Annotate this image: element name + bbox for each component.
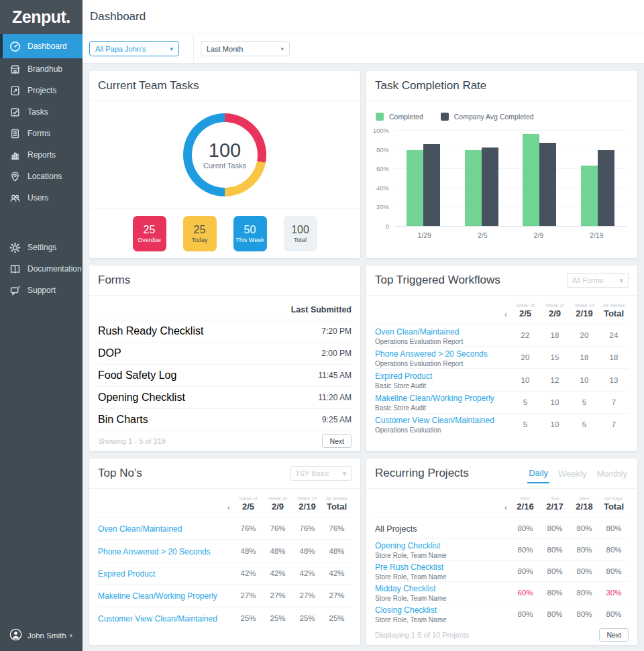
- tab-weekly[interactable]: Weekly: [557, 465, 588, 483]
- top-no-link[interactable]: Oven Clean/Maintained: [98, 524, 182, 534]
- bar-company-avg-completed: [598, 150, 614, 226]
- card-current-team-tasks: Current Team Tasks 100 Curent Tasks 25 O…: [89, 71, 360, 258]
- table-row: Customer View Clean/Maintained 25% 25% 2…: [98, 607, 352, 629]
- column-small-label: Tue: [540, 495, 570, 501]
- location-filter-select[interactable]: All Papa John's ▾: [89, 41, 179, 56]
- workflow-link[interactable]: Oven Clean/Maintained: [375, 327, 459, 337]
- form-doc-icon: [9, 128, 21, 139]
- workflow-form-name: Operations Evaluation Report: [375, 338, 511, 346]
- column-header: Week of 2/5: [233, 495, 263, 512]
- stat-label: Overdue: [138, 237, 161, 243]
- main-area: Dashboard All Papa John's ▾ Last Month ▾…: [83, 0, 644, 651]
- top-no-link[interactable]: Expired Product: [98, 569, 155, 579]
- table-row: Opening Checklist 11:20 AM: [98, 386, 352, 408]
- workflows-form-filter-select[interactable]: All Forms ▾: [567, 273, 629, 288]
- next-page-button[interactable]: Next: [322, 434, 352, 448]
- card-title: Top Triggered Workflows: [375, 274, 500, 287]
- sidebar-item-brandhub[interactable]: Brandhub: [0, 58, 83, 80]
- column-small-label: Week Of: [292, 495, 322, 501]
- dashboard-grid: Current Team Tasks 100 Curent Tasks 25 O…: [83, 64, 644, 651]
- legend-item-company-avg: Company Avg Completed: [441, 113, 534, 121]
- cell-value: 20: [511, 353, 540, 361]
- cell-value: 18: [599, 353, 629, 361]
- donut-value: 100: [209, 140, 241, 160]
- column-header: All Weeks Total: [599, 302, 629, 319]
- card-title: Recurring Projects: [375, 467, 469, 480]
- logo[interactable]: Zenput.: [0, 0, 83, 34]
- recurring-table-header: ‹ Mon 2/16 Tue 2/17 Wed 2/18 All Days: [375, 489, 629, 517]
- cell-value: 7: [599, 420, 629, 428]
- bar-company-avg-completed: [482, 147, 498, 226]
- cell-value: 48%: [263, 547, 292, 555]
- project-link[interactable]: Opening Checklist: [375, 541, 440, 550]
- column-date: 2/17: [540, 501, 570, 512]
- top-nos-filter-select[interactable]: TSY Basic ▾: [290, 466, 352, 481]
- bar-company-avg-completed: [539, 143, 556, 226]
- prev-weeks-chevron[interactable]: ‹: [501, 310, 511, 319]
- workflow-link[interactable]: Expired Product: [375, 371, 432, 381]
- card-top-nos: Top No’s TSY Basic ▾ ‹ Week of 2/5 Week …: [89, 459, 360, 645]
- workflow-form-name: Operations Evaluation: [375, 426, 511, 434]
- tab-monthly[interactable]: Monthly: [595, 465, 629, 483]
- workflow-link[interactable]: Customer View Clean/Maintained: [375, 416, 494, 425]
- cell-value: 27%: [292, 591, 322, 599]
- form-link[interactable]: DOP: [98, 347, 121, 359]
- column-date: 2/9: [540, 308, 570, 319]
- card-task-completion-rate: Task Completion Rate Completed Company A…: [366, 71, 637, 258]
- table-row-all-projects: All Projects 80% 80% 80% 80%: [375, 517, 629, 538]
- cell-value: 7: [599, 398, 629, 406]
- card-title: Forms: [98, 274, 130, 287]
- column-header: Wed 2/18: [570, 495, 599, 512]
- page-title: Dashboard: [90, 10, 146, 23]
- next-page-button[interactable]: Next: [599, 628, 629, 642]
- x-axis-tick: 2/19: [590, 231, 603, 239]
- sidebar-item-dashboard[interactable]: Dashboard: [0, 34, 83, 58]
- prev-weeks-chevron[interactable]: ‹: [224, 503, 233, 512]
- prev-days-chevron[interactable]: ‹: [501, 503, 511, 512]
- column-header: Tue 2/17: [540, 495, 570, 512]
- cell-value: 42%: [292, 569, 322, 577]
- form-link[interactable]: Rush Ready Checklist: [98, 325, 203, 337]
- cell-value: 80%: [570, 589, 599, 597]
- form-link[interactable]: Opening Checklist: [98, 392, 185, 404]
- x-axis-tick: 1/29: [417, 231, 431, 239]
- column-header: All Weeks Total: [322, 495, 352, 512]
- sidebar-item-support[interactable]: Support: [0, 280, 83, 301]
- sidebar-item-tasks[interactable]: Tasks: [0, 101, 83, 123]
- stat-value: 50: [244, 224, 256, 236]
- top-no-link[interactable]: Customer View Clean/Maintained: [98, 614, 217, 624]
- bar-completed: [407, 150, 423, 226]
- table-row: Midday Checklist Store Role, Team Name 6…: [375, 581, 629, 603]
- table-row: Rush Ready Checklist 7:20 PM: [98, 320, 352, 342]
- user-menu[interactable]: John Smith ▾: [0, 620, 83, 651]
- project-link[interactable]: Closing Checklist: [375, 605, 437, 615]
- sidebar-item-projects[interactable]: Projects: [0, 80, 83, 101]
- period-filter-select[interactable]: Last Month ▾: [201, 41, 290, 56]
- project-link[interactable]: Midday Checklist: [375, 584, 436, 593]
- form-link[interactable]: Bin Charts: [98, 414, 148, 426]
- top-no-link[interactable]: Phone Answered > 20 Seconds: [98, 547, 211, 556]
- cell-value: 76%: [263, 524, 292, 532]
- sidebar-item-locations[interactable]: Locations: [0, 166, 83, 187]
- workflow-link[interactable]: Phone Answered > 20 Seconds: [375, 349, 488, 359]
- sidebar-item-settings[interactable]: Settings: [0, 237, 83, 258]
- cell-value: 76%: [322, 524, 352, 532]
- project-sub: Store Role, Team Name: [375, 595, 511, 603]
- column-date: Total: [599, 501, 629, 512]
- form-link[interactable]: Food Safety Log: [98, 369, 176, 381]
- sidebar-item-users[interactable]: Users: [0, 187, 83, 209]
- column-date: 2/5: [511, 308, 540, 319]
- workflow-link[interactable]: Makeline Clean/Working Properly: [375, 394, 494, 403]
- y-axis-tick: 40%: [376, 184, 389, 191]
- bar-company-avg-completed: [423, 144, 440, 226]
- top-no-link[interactable]: Makeline Clean/Working Properly: [98, 591, 217, 601]
- tab-daily[interactable]: Daily: [527, 464, 549, 483]
- sidebar-item-forms[interactable]: Forms: [0, 123, 83, 144]
- card-title: Task Completion Rate: [375, 79, 486, 93]
- card-bottom-spacer: [98, 629, 352, 645]
- chevron-down-icon: ▾: [280, 46, 284, 52]
- last-submitted-time: 9:25 AM: [322, 415, 352, 424]
- project-link[interactable]: Pre Rush Checklist: [375, 563, 443, 572]
- sidebar-item-documentation[interactable]: Documentation: [0, 258, 83, 280]
- sidebar-item-reports[interactable]: Reports: [0, 144, 83, 166]
